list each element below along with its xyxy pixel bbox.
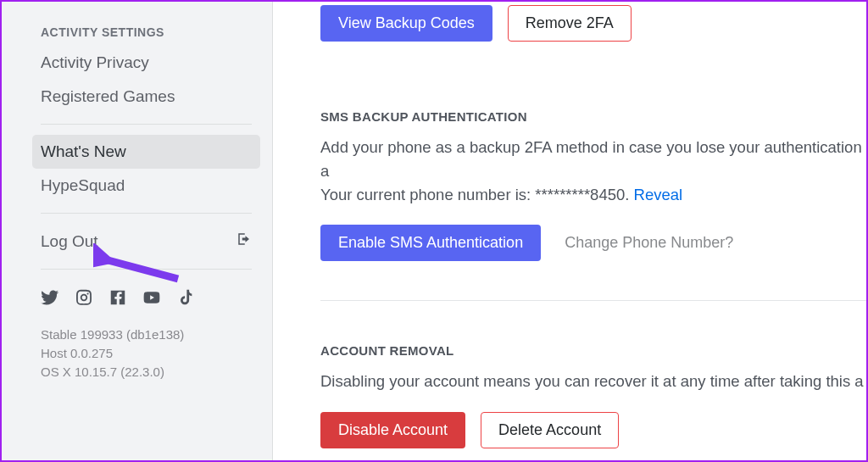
twofa-button-row: View Backup Codes Remove 2FA xyxy=(320,5,866,42)
settings-sidebar: ACTIVITY SETTINGS Activity Privacy Regis… xyxy=(2,2,273,460)
delete-account-button[interactable]: Delete Account xyxy=(481,412,619,448)
instagram-icon[interactable] xyxy=(75,288,93,310)
change-phone-link[interactable]: Change Phone Number? xyxy=(565,234,733,252)
removal-button-row: Disable Account Delete Account xyxy=(320,412,866,448)
sidebar-item-registered-games[interactable]: Registered Games xyxy=(32,80,260,114)
tiktok-icon[interactable] xyxy=(176,288,195,310)
sidebar-item-label: What's New xyxy=(41,142,126,161)
sidebar-item-label: Activity Privacy xyxy=(41,53,149,72)
sidebar-item-label: Registered Games xyxy=(41,87,175,106)
desc-text: Your current phone number is: *********8… xyxy=(320,186,634,203)
sidebar-item-logout[interactable]: Log Out xyxy=(32,224,260,259)
sidebar-item-whats-new[interactable]: What's New xyxy=(32,135,260,169)
youtube-icon[interactable] xyxy=(142,288,161,310)
sidebar-heading-activity: ACTIVITY SETTINGS xyxy=(32,19,260,46)
facebook-icon[interactable] xyxy=(108,288,127,310)
divider xyxy=(41,213,252,214)
divider xyxy=(41,269,252,270)
twitter-icon[interactable] xyxy=(41,288,59,310)
sms-backup-heading: SMS BACKUP AUTHENTICATION xyxy=(320,109,866,124)
version-line: Host 0.0.275 xyxy=(41,344,252,363)
view-backup-codes-button[interactable]: View Backup Codes xyxy=(320,5,492,42)
sidebar-item-hypesquad[interactable]: HypeSquad xyxy=(32,169,260,203)
desc-text: Add your phone as a backup 2FA method in… xyxy=(320,138,862,180)
reveal-phone-link[interactable]: Reveal xyxy=(634,186,683,203)
sidebar-item-label: HypeSquad xyxy=(41,176,125,195)
sidebar-item-activity-privacy[interactable]: Activity Privacy xyxy=(32,46,260,80)
version-info: Stable 199933 (db1e138) Host 0.0.275 OS … xyxy=(32,326,260,381)
sms-action-row: Enable SMS Authentication Change Phone N… xyxy=(320,225,866,261)
version-line: OS X 10.15.7 (22.3.0) xyxy=(41,363,252,381)
enable-sms-auth-button[interactable]: Enable SMS Authentication xyxy=(320,225,541,261)
sidebar-item-label: Log Out xyxy=(41,232,98,251)
remove-2fa-button[interactable]: Remove 2FA xyxy=(508,5,632,42)
social-links-row xyxy=(32,280,260,326)
divider xyxy=(41,124,252,125)
logout-icon xyxy=(236,231,252,251)
account-removal-description: Disabling your account means you can rec… xyxy=(320,370,866,393)
section-divider xyxy=(320,300,866,301)
disable-account-button[interactable]: Disable Account xyxy=(320,412,465,448)
version-line: Stable 199933 (db1e138) xyxy=(41,326,252,344)
account-removal-heading: ACCOUNT REMOVAL xyxy=(320,343,866,358)
main-content: View Backup Codes Remove 2FA SMS BACKUP … xyxy=(273,2,866,460)
sms-backup-description: Add your phone as a backup 2FA method in… xyxy=(320,136,866,206)
